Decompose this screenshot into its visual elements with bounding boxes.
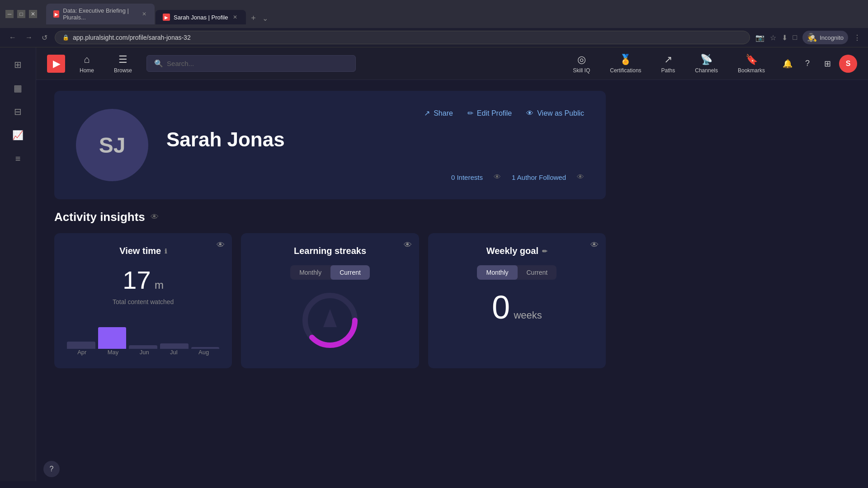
chart-bar-jun: [129, 345, 157, 349]
streaks-monthly-button[interactable]: Monthly: [290, 265, 330, 280]
menu-icon[interactable]: ⋮: [854, 33, 861, 42]
view-time-eye-icon[interactable]: 👁: [217, 240, 225, 250]
tab-close-2[interactable]: ✕: [231, 14, 239, 21]
camera-icon[interactable]: 📷: [755, 33, 764, 42]
sidebar-item-chart-bar[interactable]: ▦: [8, 78, 28, 98]
view-time-number: 17: [123, 266, 151, 294]
incognito-badge: 🕵 Incognito: [802, 31, 848, 44]
sidebar-item-grid[interactable]: ⊞: [8, 55, 28, 75]
tab-favicon-1: ▶: [53, 10, 59, 18]
top-nav: ▶ ⌂ Home ☰ Browse 🔍 ◎ Skill IQ 🏅 Certifi: [36, 47, 868, 80]
back-button[interactable]: ←: [7, 32, 18, 43]
new-tab-button[interactable]: +: [247, 12, 259, 24]
tab-close-1[interactable]: ✕: [142, 10, 147, 18]
nav-actions: 🔔 ? ⊞ S: [779, 55, 857, 73]
incognito-icon: 🕵: [807, 33, 817, 42]
avatar-initials: S: [846, 60, 851, 68]
view-time-value: 17 m: [67, 265, 219, 295]
eye-icon: 👁: [526, 109, 533, 117]
interests-link[interactable]: 0 Interests: [451, 174, 483, 181]
share-icon: ↗: [424, 109, 430, 117]
streaks-current-button[interactable]: Current: [330, 265, 370, 280]
weekly-monthly-button[interactable]: Monthly: [477, 265, 517, 280]
nav-browse-label: Browse: [114, 67, 132, 74]
insights-grid: 👁 View time ℹ 17 m Total content watched: [54, 233, 606, 368]
home-icon: ⌂: [84, 54, 90, 66]
extensions-icon[interactable]: □: [793, 33, 797, 42]
nav-paths[interactable]: ↗ Paths: [656, 50, 681, 77]
bookmarks-icon: 🔖: [745, 54, 758, 66]
weekly-eye-icon[interactable]: 👁: [590, 240, 599, 250]
browse-icon: ☰: [118, 54, 127, 66]
author-followed-link[interactable]: 1 Author Followed: [512, 174, 566, 181]
month-jun: Jun: [140, 349, 149, 356]
notifications-button[interactable]: 🔔: [779, 56, 796, 72]
weekly-edit-icon[interactable]: ✏: [542, 248, 547, 255]
nav-skill-iq[interactable]: ◎ Skill IQ: [567, 50, 595, 77]
edit-icon: ✏: [467, 109, 473, 117]
tab-data-executive[interactable]: ▶ Data: Executive Briefing | Plurals... …: [46, 4, 155, 24]
weekly-title: Weekly goal ✏: [441, 246, 593, 256]
streaks-toggle-group: Monthly Current: [290, 265, 370, 280]
refresh-button[interactable]: ↺: [40, 32, 49, 44]
learning-streaks-card: 👁 Learning streaks Monthly Current: [241, 233, 419, 368]
sidebar-item-chart-line[interactable]: 📈: [8, 125, 28, 145]
download-icon[interactable]: ⬇: [782, 33, 788, 42]
logo-icon: ▶: [53, 58, 60, 69]
main-content: SJ Sarah Jonas ↗ Share ✏ Edit Profile: [36, 80, 868, 481]
nav-home[interactable]: ⌂ Home: [74, 50, 99, 77]
maximize-button[interactable]: □: [17, 10, 25, 18]
view-time-info-icon[interactable]: ℹ: [165, 248, 167, 255]
search-icon: 🔍: [154, 59, 163, 68]
help-button[interactable]: ?: [799, 56, 816, 72]
nav-browse[interactable]: ☰ Browse: [108, 50, 137, 77]
weekly-toggle-group: Monthly Current: [477, 265, 557, 280]
interests-privacy-icon: 👁: [494, 173, 501, 181]
forward-button[interactable]: →: [24, 32, 34, 43]
search-input[interactable]: [167, 60, 348, 67]
search-bar[interactable]: 🔍: [146, 55, 356, 72]
tab-label-2: Sarah Jonas | Profile: [174, 14, 228, 21]
pluralsight-logo[interactable]: ▶: [47, 55, 65, 73]
month-jul: Jul: [170, 349, 178, 356]
grid-icon: ⊞: [14, 59, 22, 70]
browser-actions: 📷 ☆ ⬇ □ 🕵 Incognito ⋮: [755, 31, 861, 44]
help-bubble-button[interactable]: ?: [43, 461, 60, 477]
nav-certifications[interactable]: 🏅 Certifications: [604, 50, 646, 77]
streak-svg: [301, 291, 359, 350]
view-as-public-button[interactable]: 👁 View as Public: [526, 109, 584, 117]
incognito-label: Incognito: [820, 34, 844, 41]
apps-button[interactable]: ⊞: [819, 56, 835, 72]
view-time-chart: [67, 313, 219, 349]
streaks-eye-icon[interactable]: 👁: [404, 240, 412, 250]
sidebar-item-table[interactable]: ⊟: [8, 102, 28, 122]
star-icon[interactable]: ☆: [770, 33, 776, 42]
help-icon: ?: [805, 59, 810, 68]
section-privacy-icon[interactable]: 👁: [151, 212, 159, 222]
streak-circle-container: [254, 289, 406, 352]
chart-bar-apr: [67, 342, 95, 349]
nav-channels[interactable]: 📡 Channels: [689, 50, 723, 77]
tabs-bar: ▶ Data: Executive Briefing | Plurals... …: [41, 4, 863, 24]
user-avatar-button[interactable]: S: [839, 55, 857, 73]
share-button[interactable]: ↗ Share: [424, 109, 453, 117]
weekly-goal-card: 👁 Weekly goal ✏ Monthly Current 0: [428, 233, 606, 368]
url-bar[interactable]: 🔒 app.pluralsight.com/profile/sarah-jona…: [55, 31, 750, 44]
avatar-text: SJ: [99, 133, 126, 158]
sidebar-item-list[interactable]: ≡: [8, 149, 28, 169]
channels-icon: 📡: [700, 54, 712, 66]
certifications-icon: 🏅: [619, 54, 632, 66]
lock-icon: 🔒: [62, 34, 69, 41]
minimize-button[interactable]: ─: [5, 10, 14, 18]
month-apr: Apr: [77, 349, 86, 356]
tab-dropdown-button[interactable]: ⌄: [260, 12, 270, 24]
view-time-unit: m: [155, 279, 164, 291]
edit-profile-button[interactable]: ✏ Edit Profile: [467, 109, 512, 117]
nav-bookmarks[interactable]: 🔖 Bookmarks: [732, 50, 770, 77]
view-time-title: View time ℹ: [67, 246, 219, 256]
nav-bookmarks-label: Bookmarks: [738, 67, 765, 74]
close-button[interactable]: ✕: [29, 10, 37, 18]
author-privacy-icon: 👁: [577, 173, 584, 181]
weekly-current-button[interactable]: Current: [518, 265, 557, 280]
tab-sarah-profile[interactable]: ▶ Sarah Jonas | Profile ✕: [156, 10, 246, 24]
